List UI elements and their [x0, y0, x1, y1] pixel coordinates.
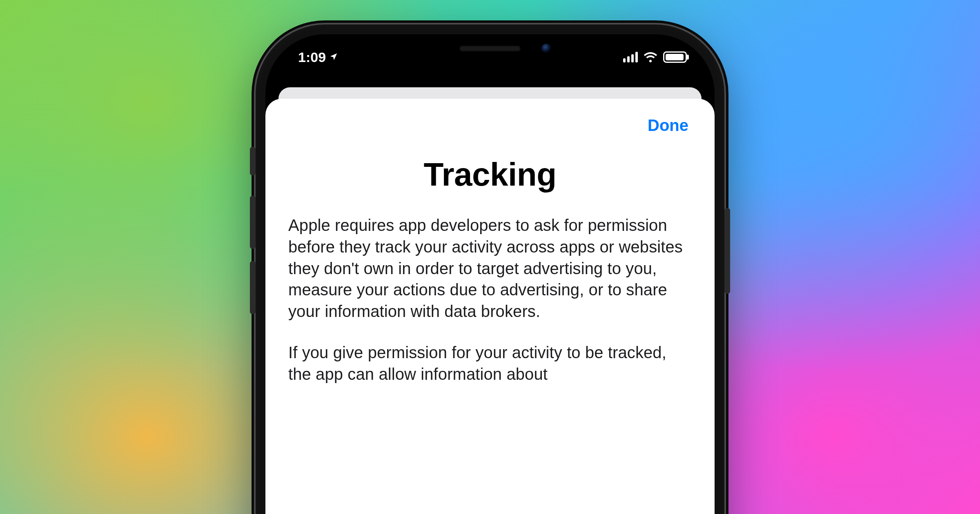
volume-down-button: [250, 261, 256, 314]
wifi-icon: [644, 52, 657, 62]
sheet-paragraph-2: If you give permission for your activity…: [288, 342, 692, 385]
location-icon: [329, 49, 338, 64]
status-time: 1:09: [298, 49, 326, 65]
phone-screen: 1:09: [265, 34, 715, 514]
front-camera: [541, 44, 551, 53]
sheet-title: Tracking: [288, 156, 692, 193]
notch: [392, 34, 588, 63]
tracking-info-sheet: Done Tracking Apple requires app develop…: [265, 99, 715, 514]
ring-silent-switch: [250, 147, 256, 175]
promo-background: 1:09: [0, 0, 980, 514]
sheet-paragraph-1: Apple requires app developers to ask for…: [288, 215, 692, 322]
side-button: [724, 208, 730, 294]
earpiece-speaker: [459, 46, 521, 51]
battery-icon: [663, 51, 687, 63]
done-button[interactable]: Done: [644, 114, 692, 137]
phone-device-frame: 1:09: [256, 24, 724, 514]
volume-up-button: [250, 196, 256, 249]
sheet-header: Done: [288, 111, 692, 140]
cellular-signal-icon: [623, 52, 638, 62]
